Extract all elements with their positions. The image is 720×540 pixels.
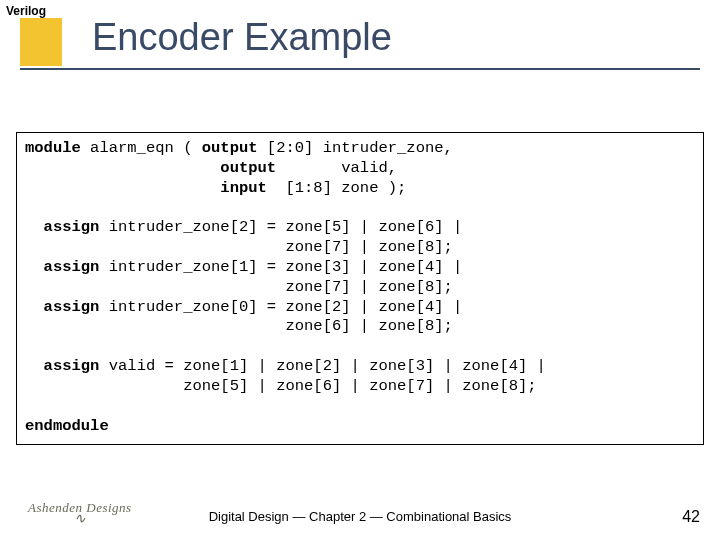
footer-caption: Digital Design — Chapter 2 — Combination… bbox=[0, 509, 720, 524]
language-label: Verilog bbox=[6, 4, 46, 18]
kw-output: output bbox=[220, 159, 276, 177]
code-listing: module alarm_eqn ( output [2:0] intruder… bbox=[16, 132, 704, 445]
code-text: intruder_zone[0] = zone[2] | zone[4] | bbox=[99, 298, 462, 316]
kw-assign: assign bbox=[25, 258, 99, 276]
kw-endmodule: endmodule bbox=[25, 417, 109, 435]
code-text: [2:0] intruder_zone, bbox=[258, 139, 453, 157]
code-text: alarm_eqn ( bbox=[81, 139, 202, 157]
code-text: intruder_zone[1] = zone[3] | zone[4] | bbox=[99, 258, 462, 276]
kw-input: input bbox=[220, 179, 267, 197]
code-text: zone[7] | zone[8]; bbox=[25, 278, 453, 296]
code-text: zone[5] | zone[6] | zone[7] | zone[8]; bbox=[25, 377, 537, 395]
page-number: 42 bbox=[682, 508, 700, 526]
code-text: zone[7] | zone[8]; bbox=[25, 238, 453, 256]
code-text: intruder_zone[2] = zone[5] | zone[6] | bbox=[99, 218, 462, 236]
code-text: valid, bbox=[276, 159, 397, 177]
code-text bbox=[25, 159, 220, 177]
kw-assign: assign bbox=[25, 298, 99, 316]
kw-output: output bbox=[202, 139, 258, 157]
code-text: valid = zone[1] | zone[2] | zone[3] | zo… bbox=[99, 357, 545, 375]
code-text: zone[6] | zone[8]; bbox=[25, 317, 453, 335]
slide-title: Encoder Example bbox=[92, 16, 392, 59]
kw-module: module bbox=[25, 139, 81, 157]
code-text bbox=[25, 179, 220, 197]
accent-block bbox=[20, 18, 62, 66]
title-underline bbox=[20, 68, 700, 70]
kw-assign: assign bbox=[25, 218, 99, 236]
code-text: [1:8] zone ); bbox=[267, 179, 407, 197]
kw-assign: assign bbox=[25, 357, 99, 375]
